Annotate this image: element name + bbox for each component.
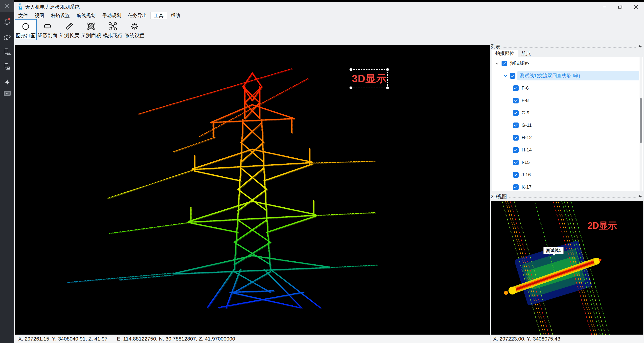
tab-shoot-parts[interactable]: 拍摄部位 xyxy=(492,50,518,57)
circle-section-icon xyxy=(21,21,30,32)
external-sidebar xyxy=(0,0,14,343)
menu-route-planning[interactable]: 航线规划 xyxy=(73,12,99,19)
phone-android-icon xyxy=(4,48,11,56)
titlebar: 无人机电力巡检规划系统 xyxy=(14,2,644,12)
elephant-icon xyxy=(3,34,11,41)
annotation-3d-text: 3D显示 xyxy=(352,72,387,86)
menu-help[interactable]: 帮助 xyxy=(167,12,184,19)
close-window-button[interactable] xyxy=(628,2,644,12)
annotation-3d-label[interactable]: 3D显示 xyxy=(351,69,388,88)
simulate-flight-button[interactable]: 模拟飞行 xyxy=(102,19,124,40)
pin-icon[interactable] xyxy=(638,194,642,199)
drone-icon xyxy=(108,21,118,32)
tree-label: G-11 xyxy=(522,123,532,128)
menu-tools[interactable]: 工具 xyxy=(150,12,167,19)
elephant-button[interactable] xyxy=(0,34,14,41)
selection-handle[interactable] xyxy=(386,68,389,71)
phone-android-button[interactable] xyxy=(0,48,14,56)
status-2d-xy: X: 297223.00, Y: 3408075.43 xyxy=(493,336,560,342)
selection-handle[interactable] xyxy=(386,86,389,89)
tree-row-waypoint[interactable]: I-15 xyxy=(492,156,643,169)
tree-scrollbar[interactable] xyxy=(640,57,642,191)
checkbox-checked[interactable] xyxy=(513,98,518,103)
rect-section-button[interactable]: 矩形剖面 xyxy=(36,19,58,40)
measure-area-icon xyxy=(86,21,96,32)
tree-row-line-group[interactable]: 测试线路 xyxy=(492,57,643,70)
viewport-2d[interactable]: 2D显示 测试线1 xyxy=(491,201,643,334)
tree-label: 测试线路 xyxy=(510,60,529,67)
tree-row-waypoint[interactable]: F-6 xyxy=(492,82,643,94)
tree-row-waypoint[interactable]: H-14 xyxy=(492,144,643,156)
tree-row-waypoint[interactable]: H-12 xyxy=(492,131,643,144)
menu-manual-planning[interactable]: 手动规划 xyxy=(99,12,125,19)
menu-tower-settings[interactable]: 杆塔设置 xyxy=(48,12,73,19)
top-black-strip xyxy=(14,0,644,2)
multi-device-button[interactable] xyxy=(0,63,14,70)
status-xyz: X: 297261.15, Y: 3408040.91, Z: 41.97 xyxy=(18,336,107,342)
bell-icon xyxy=(4,18,11,26)
window-controls xyxy=(596,2,644,12)
circle-section-button[interactable]: 圆形剖面 xyxy=(15,19,36,40)
menu-view[interactable]: 视图 xyxy=(31,12,48,19)
checkbox-checked[interactable] xyxy=(513,110,518,116)
tool-label: 量测面积 xyxy=(81,32,101,39)
pointcloud-tower-3d xyxy=(15,45,490,334)
tree-label: I-15 xyxy=(522,160,530,165)
tree-row-waypoint[interactable]: J-16 xyxy=(492,169,643,181)
restore-button[interactable] xyxy=(612,2,628,12)
tree-label: J-16 xyxy=(522,172,531,177)
checkbox-checked[interactable] xyxy=(510,73,516,79)
ai-assistant-button[interactable] xyxy=(0,79,14,86)
pin-icon[interactable] xyxy=(638,45,642,49)
app-tower-icon xyxy=(17,3,23,11)
tree-row-waypoint[interactable]: G-11 xyxy=(492,119,643,131)
sparkle-icon xyxy=(4,79,11,86)
system-settings-button[interactable]: 系统设置 xyxy=(124,19,146,40)
header-dotted-leader xyxy=(509,196,636,198)
checkbox-checked[interactable] xyxy=(513,85,518,91)
tab-waypoints[interactable]: 航点 xyxy=(518,50,534,57)
tree-row-line1-selected[interactable]: 测试线1(交流双回直线塔-I串) xyxy=(492,70,643,82)
checkbox-checked[interactable] xyxy=(513,172,518,178)
view2d-panel-header: 2D视图 xyxy=(491,193,644,200)
tree-label: F-6 xyxy=(522,85,529,91)
list-panel-header: 列表 xyxy=(491,43,644,50)
tree-row-waypoint[interactable]: F-8 xyxy=(492,94,643,107)
menubar: 文件 视图 杆塔设置 航线规划 手动规划 任务导出 工具 帮助 xyxy=(14,12,644,19)
chevron-down-icon[interactable] xyxy=(504,74,507,77)
checkbox-checked[interactable] xyxy=(513,160,518,165)
tree-scrollbar-thumb[interactable] xyxy=(640,98,642,143)
list-panel-tabs: 拍摄部位 航点 xyxy=(492,50,534,57)
checkbox-checked[interactable] xyxy=(513,123,518,128)
notification-button[interactable] xyxy=(0,18,14,26)
tree-row-waypoint[interactable]: G-9 xyxy=(492,107,643,119)
rect-section-icon xyxy=(43,21,52,32)
sidebar-close-button[interactable] xyxy=(0,0,14,12)
chevron-down-icon[interactable] xyxy=(496,62,499,65)
menu-task-export[interactable]: 任务导出 xyxy=(125,12,150,19)
selection-handle[interactable] xyxy=(350,68,352,71)
viewport-3d[interactable]: 3D显示 xyxy=(15,45,490,334)
window-title: 无人机电力巡检规划系统 xyxy=(25,4,80,11)
pointcloud-top-view-2d xyxy=(491,201,643,334)
view2d-panel-title: 2D视图 xyxy=(491,193,507,200)
measure-length-button[interactable]: 量测长度 xyxy=(58,19,80,40)
checkbox-checked[interactable] xyxy=(513,147,518,153)
minimize-button[interactable] xyxy=(596,2,612,12)
tree-row-waypoint[interactable]: K-17 xyxy=(492,181,643,191)
checkbox-checked[interactable] xyxy=(502,61,507,66)
tool-label: 矩形剖面 xyxy=(38,32,58,39)
chat-frame-button[interactable] xyxy=(0,90,14,97)
menu-file[interactable]: 文件 xyxy=(15,12,31,19)
selection-handle[interactable] xyxy=(350,86,352,89)
statusbar-2d: X: 297223.00, Y: 3408075.43 xyxy=(491,334,644,343)
toolbar: 圆形剖面 矩形剖面 量测长度 量 xyxy=(14,19,644,40)
checkbox-checked[interactable] xyxy=(513,135,518,141)
measure-area-button[interactable]: 量测面积 xyxy=(80,19,102,40)
ruler-icon xyxy=(64,21,74,32)
list-panel-title: 列表 xyxy=(491,43,500,50)
devices-icon xyxy=(4,63,11,70)
gear-icon xyxy=(130,21,139,32)
tree-label: H-12 xyxy=(522,135,532,140)
checkbox-checked[interactable] xyxy=(513,184,518,190)
